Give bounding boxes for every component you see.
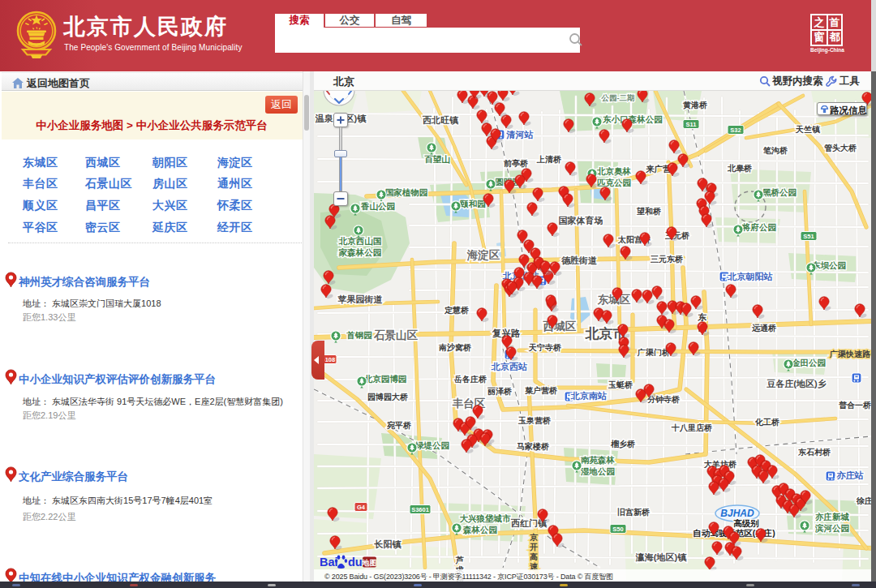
svg-text:笔沟桥: 笔沟桥 — [762, 146, 788, 155]
svg-text:G4: G4 — [357, 504, 366, 511]
svg-text:金田公园: 金田公园 — [791, 358, 826, 367]
svg-text:首钢园: 首钢园 — [346, 330, 372, 340]
svg-text:北皋桥: 北皋桥 — [727, 164, 753, 173]
svg-text:大兴狼垡城市: 大兴狼垡城市 — [460, 513, 512, 524]
svg-text:将府公园: 将府公园 — [741, 222, 776, 232]
svg-text:BJHAD: BJHAD — [720, 508, 754, 519]
svg-text:豆各庄(地区)乡: 豆各庄(地区)乡 — [766, 379, 826, 388]
svg-text:S51: S51 — [803, 233, 814, 240]
svg-text:湿地公园: 湿地公园 — [580, 466, 615, 476]
svg-text:黄港桥: 黄港桥 — [682, 101, 708, 109]
svg-text:定慧桥: 定慧桥 — [444, 306, 470, 315]
svg-text:百望山: 百望山 — [424, 154, 450, 164]
svg-text:京: 京 — [530, 533, 539, 542]
svg-text:黑桥公园: 黑桥公园 — [762, 187, 797, 197]
svg-text:北京南站: 北京南站 — [570, 391, 607, 401]
svg-text:广渠快速路: 广渠快速路 — [829, 350, 871, 358]
svg-text:石景山区: 石景山区 — [373, 329, 419, 341]
svg-text:西北旺镇: 西北旺镇 — [422, 115, 459, 125]
svg-text:滨河公园: 滨河公园 — [814, 523, 849, 533]
svg-text:森林公园: 森林公园 — [462, 525, 497, 534]
svg-text:天竺镇: 天竺镇 — [795, 125, 821, 134]
svg-text:S11: S11 — [686, 121, 697, 128]
svg-text:海淀区: 海淀区 — [466, 249, 500, 261]
svg-text:国家体育场: 国家体育场 — [559, 215, 603, 225]
svg-text:颐和园: 颐和园 — [460, 199, 486, 208]
svg-text:望和桥: 望和桥 — [636, 207, 662, 216]
svg-text:S32: S32 — [730, 127, 741, 134]
svg-text:S3601: S3601 — [411, 506, 429, 513]
svg-text:国家植物园: 国家植物园 — [385, 187, 428, 197]
svg-text:亦庄站: 亦庄站 — [836, 470, 864, 480]
svg-text:北京西山国: 北京西山国 — [338, 236, 382, 246]
svg-text:北京西站: 北京西站 — [491, 362, 527, 371]
svg-text:玉蜓桥: 玉蜓桥 — [608, 380, 633, 389]
svg-text:北京奥林: 北京奥林 — [596, 166, 632, 176]
svg-text:宛平桥: 宛平桥 — [386, 420, 412, 430]
svg-text:化工桥: 化工桥 — [754, 418, 780, 427]
svg-text:南沙窝桥: 南沙窝桥 — [439, 343, 472, 352]
svg-text:东小口森林公园: 东小口森林公园 — [602, 114, 663, 124]
svg-text:徐庄桥: 徐庄桥 — [856, 496, 871, 505]
svg-text:S50: S50 — [612, 526, 623, 533]
svg-text:菜户营桥: 菜户营桥 — [525, 386, 558, 395]
svg-text:du: du — [348, 556, 363, 569]
svg-text:十八里店桥: 十八里店桥 — [671, 423, 713, 432]
svg-text:北京园博园: 北京园博园 — [363, 374, 407, 384]
svg-text:前亭桥: 前亭桥 — [503, 158, 529, 168]
svg-text:远通桥: 远通桥 — [751, 324, 777, 333]
svg-text:榴乡桥: 榴乡桥 — [610, 440, 636, 449]
svg-text:公园-二期: 公园-二期 — [600, 93, 634, 102]
svg-text:丽泽桥: 丽泽桥 — [487, 387, 513, 396]
svg-text:绿堤公园: 绿堤公园 — [414, 440, 449, 450]
svg-text:玉泉营桥: 玉泉营桥 — [517, 416, 552, 425]
svg-text:管头大桥: 管头大桥 — [824, 144, 857, 152]
svg-text:瀛海(地区)镇: 瀛海(地区)镇 — [635, 552, 687, 562]
svg-text:天宁寺桥: 天宁寺桥 — [528, 343, 562, 352]
svg-text:德胜街道: 德胜街道 — [560, 255, 598, 265]
svg-text:马家楼桥: 马家楼桥 — [517, 442, 550, 451]
svg-text:西城区: 西城区 — [543, 320, 577, 333]
svg-text:东石村桥: 东石村桥 — [797, 448, 831, 457]
svg-text:芦: 芦 — [455, 556, 464, 564]
svg-text:香山公园: 香山公园 — [360, 201, 395, 211]
svg-text:长阳镇: 长阳镇 — [374, 539, 402, 549]
svg-text:南苑森林: 南苑森林 — [581, 455, 616, 465]
svg-text:开: 开 — [529, 543, 538, 552]
svg-text:匹克公园: 匹克公园 — [597, 178, 631, 187]
svg-text:普合一桥: 普合一桥 — [839, 401, 871, 410]
svg-text:亦庄新城: 亦庄新城 — [815, 512, 850, 521]
svg-text:高: 高 — [530, 552, 538, 561]
svg-text:地图: 地图 — [362, 559, 377, 567]
svg-text:苹果园街道: 苹果园街道 — [338, 294, 384, 304]
svg-text:园博园大桥: 园博园大桥 — [367, 393, 409, 401]
svg-text:高级别: 高级别 — [733, 518, 759, 528]
svg-text:广渠门桥: 广渠门桥 — [637, 348, 671, 357]
svg-text:清河站: 清河站 — [506, 130, 534, 139]
svg-text:东: 东 — [698, 312, 707, 322]
svg-text:家森林公园: 家森林公园 — [338, 247, 382, 257]
svg-text:三元东桥: 三元东桥 — [651, 255, 684, 264]
svg-text:岳各庄桥: 岳各庄桥 — [453, 375, 487, 384]
svg-text:旧宫新桥: 旧宫新桥 — [617, 508, 651, 517]
svg-text:北京朝阳站: 北京朝阳站 — [728, 272, 773, 281]
svg-text:上清桥: 上清桥 — [536, 155, 562, 164]
